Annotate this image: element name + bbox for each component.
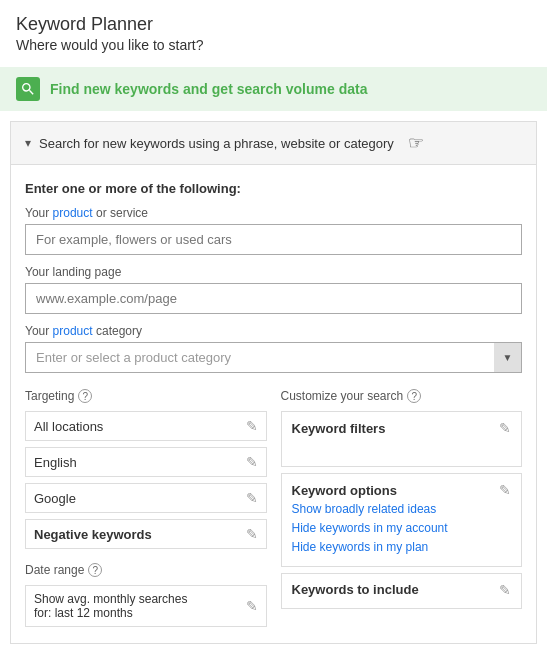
edit-keywords-to-include-icon[interactable]: ✎ xyxy=(499,582,511,598)
edit-date-range-icon[interactable]: ✎ xyxy=(246,598,258,614)
keywords-to-include-title: Keywords to include xyxy=(292,582,419,597)
customize-title: Customize your search ? xyxy=(281,389,523,403)
customize-item-keyword-filters: Keyword filters ✎ xyxy=(281,411,523,467)
targeting-item-network[interactable]: Google ✎ xyxy=(25,483,267,513)
product-input[interactable] xyxy=(25,224,522,255)
edit-locations-icon[interactable]: ✎ xyxy=(246,418,258,434)
search-icon xyxy=(16,77,40,101)
edit-language-icon[interactable]: ✎ xyxy=(246,454,258,470)
product-label: Your product or service xyxy=(25,206,522,220)
two-column-section: Targeting ? All locations ✎ English ✎ Go… xyxy=(25,389,522,627)
edit-keyword-filters-icon[interactable]: ✎ xyxy=(499,420,511,436)
panel-header[interactable]: ▾ Search for new keywords using a phrase… xyxy=(11,122,536,165)
product-field-group: Your product or service xyxy=(25,206,522,255)
date-range-value: Show avg. monthly searchesfor: last 12 m… xyxy=(34,592,187,620)
panel-header-text: Search for new keywords using a phrase, … xyxy=(39,136,394,151)
category-label: Your product category xyxy=(25,324,522,338)
keyword-filters-content xyxy=(292,438,512,458)
panel-collapse-arrow: ▾ xyxy=(25,136,31,150)
keyword-filters-header: Keyword filters ✎ xyxy=(292,420,512,436)
targeting-items-list: All locations ✎ English ✎ Google ✎ Negat… xyxy=(25,411,267,549)
targeting-item-label: Google xyxy=(34,491,76,506)
targeting-item-label: Negative keywords xyxy=(34,527,152,542)
keyword-options-header: Keyword options ✎ xyxy=(292,482,512,498)
main-panel: ▾ Search for new keywords using a phrase… xyxy=(10,121,537,644)
customize-column: Customize your search ? Keyword filters … xyxy=(281,389,523,627)
edit-keyword-options-icon[interactable]: ✎ xyxy=(499,482,511,498)
customize-item-keywords-to-include: Keywords to include ✎ xyxy=(281,573,523,609)
edit-negative-keywords-icon[interactable]: ✎ xyxy=(246,526,258,542)
targeting-title: Targeting ? xyxy=(25,389,267,403)
page-subtitle: Where would you like to start? xyxy=(16,37,531,53)
keyword-options-title: Keyword options xyxy=(292,483,397,498)
category-select-wrapper[interactable]: Enter or select a product category xyxy=(25,342,522,373)
keyword-options-link-1[interactable]: Show broadly related ideas xyxy=(292,500,512,519)
panel-body: Enter one or more of the following: Your… xyxy=(11,165,536,643)
targeting-help-icon[interactable]: ? xyxy=(78,389,92,403)
edit-network-icon[interactable]: ✎ xyxy=(246,490,258,506)
date-range-title: Date range ? xyxy=(25,563,267,577)
landing-input[interactable] xyxy=(25,283,522,314)
keywords-to-include-header: Keywords to include ✎ xyxy=(292,582,512,598)
targeting-item-negative-keywords[interactable]: Negative keywords ✎ xyxy=(25,519,267,549)
category-select[interactable]: Enter or select a product category xyxy=(25,342,522,373)
date-range-help-icon[interactable]: ? xyxy=(88,563,102,577)
cursor-icon: ☞ xyxy=(408,132,424,154)
category-field-group: Your product category Enter or select a … xyxy=(25,324,522,373)
keyword-options-link-2[interactable]: Hide keywords in my account xyxy=(292,519,512,538)
targeting-item-locations[interactable]: All locations ✎ xyxy=(25,411,267,441)
customize-help-icon[interactable]: ? xyxy=(407,389,421,403)
page-title: Keyword Planner xyxy=(16,14,531,35)
date-range-section: Date range ? Show avg. monthly searchesf… xyxy=(25,563,267,627)
landing-label: Your landing page xyxy=(25,265,522,279)
find-keywords-bar[interactable]: Find new keywords and get search volume … xyxy=(0,67,547,111)
targeting-item-language[interactable]: English ✎ xyxy=(25,447,267,477)
find-keywords-label: Find new keywords and get search volume … xyxy=(50,81,367,97)
targeting-item-label: All locations xyxy=(34,419,103,434)
date-range-item[interactable]: Show avg. monthly searchesfor: last 12 m… xyxy=(25,585,267,627)
targeting-column: Targeting ? All locations ✎ English ✎ Go… xyxy=(25,389,267,627)
form-section-label: Enter one or more of the following: xyxy=(25,181,522,196)
keyword-options-link-3[interactable]: Hide keywords in my plan xyxy=(292,538,512,557)
customize-item-keyword-options: Keyword options ✎ Show broadly related i… xyxy=(281,473,523,567)
page-header: Keyword Planner Where would you like to … xyxy=(0,0,547,59)
landing-page-field-group: Your landing page xyxy=(25,265,522,314)
keyword-filters-title: Keyword filters xyxy=(292,421,386,436)
targeting-item-label: English xyxy=(34,455,77,470)
